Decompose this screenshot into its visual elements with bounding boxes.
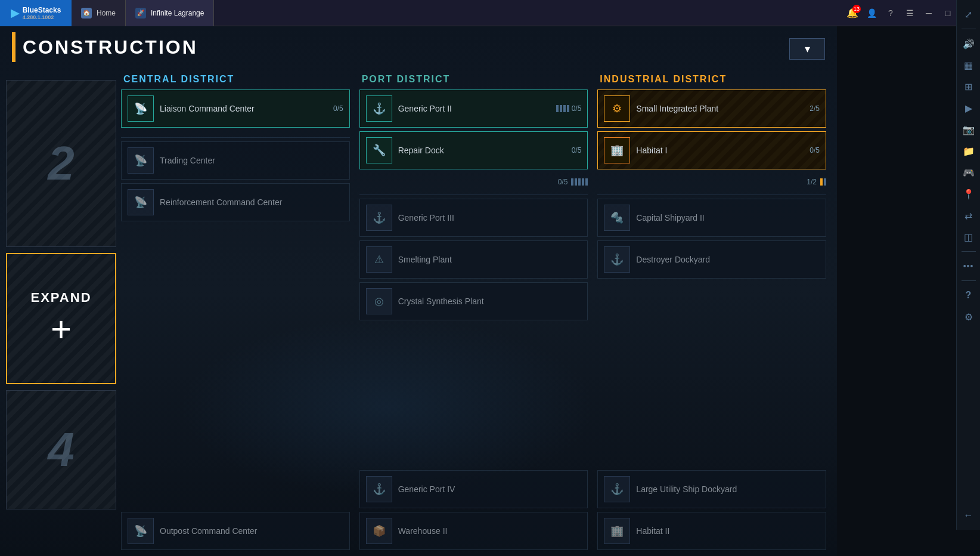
volume-sidebar-icon[interactable]: 🔊 (959, 34, 978, 53)
sidebar-div3 (962, 280, 976, 281)
building-capital-shipyard[interactable]: 🔩 Capital Shipyard II (597, 199, 826, 237)
notification-count: 13 (852, 5, 861, 13)
warehouse2-icon: 📦 (366, 518, 392, 544)
account-button[interactable]: 👤 (863, 5, 880, 21)
building-smelting-plant[interactable]: ⚠ Smelting Plant (359, 240, 588, 279)
sidebar-div2 (962, 251, 976, 252)
minimize-button[interactable]: ─ (920, 5, 937, 21)
building-outpost[interactable]: 📡 Outpost Command Center (121, 512, 350, 550)
level-4-block: 4 (6, 390, 116, 509)
building-habitat-2[interactable]: 🏢 Habitat II (597, 512, 826, 550)
building-small-integrated[interactable]: ⚙ Small Integrated Plant 2/5 (597, 89, 826, 128)
reinforcement-name: Reinforcement Command Center (160, 197, 343, 207)
camera-sidebar-icon[interactable]: 📷 (959, 120, 978, 139)
help-sidebar-icon[interactable]: ? (959, 286, 978, 305)
ind-bar2 (824, 178, 826, 186)
notification-button[interactable]: 🔔 13 (844, 5, 861, 21)
central-spacer (121, 227, 350, 512)
level-2-block: 2 (6, 80, 116, 247)
small-integrated-icon: ⚙ (604, 95, 630, 122)
building-generic-port-4[interactable]: ⚓ Generic Port IV (359, 470, 588, 508)
building-destroyer-dockyard[interactable]: ⚓ Destroyer Dockyard (597, 240, 826, 279)
habitat1-icon: 🏢 (604, 137, 630, 163)
habitat1-name: Habitat I (636, 146, 804, 155)
back-sidebar-icon[interactable]: ← (959, 506, 978, 525)
video-sidebar-icon[interactable]: ▶ (959, 98, 978, 118)
generic-port2-count-text: 0/5 (572, 104, 582, 113)
destroyer-icon: ⚓ (604, 246, 630, 273)
maximize-button[interactable]: □ (939, 5, 956, 21)
port-spacer (359, 326, 588, 470)
industrial-active-buildings: ⚙ Small Integrated Plant 2/5 🏢 Habitat I… (597, 89, 826, 169)
building-trading-center[interactable]: 📡 Trading Center (121, 141, 350, 180)
app-name: BlueStacks (23, 6, 61, 14)
generic-port2-icon: ⚓ (366, 95, 392, 122)
liaison-name: Liaison Command Center (160, 104, 327, 113)
settings-sidebar-icon[interactable]: ⚙ (959, 307, 978, 326)
central-district-col: CENTRAL DISTRICT 📡 Liaison Command Cente… (116, 74, 355, 556)
port-progress-bars (571, 178, 588, 186)
tabs-container: ▶ BlueStacks 4.280.1.1002 🏠 Home 🚀 Infin… (0, 0, 214, 26)
habitat2-icon: 🏢 (604, 518, 630, 544)
tab-game[interactable]: 🚀 Infinite Lagrange (126, 0, 214, 26)
tab-home[interactable]: 🏠 Home (72, 0, 126, 26)
building-generic-port-2[interactable]: ⚓ Generic Port II 0/5 (359, 89, 588, 128)
building-liaison-command[interactable]: 📡 Liaison Command Center 0/5 (121, 89, 350, 128)
liaison-count: 0/5 (333, 104, 343, 113)
central-inactive-buildings: 📡 Trading Center 📡 Reinforcement Command… (121, 141, 350, 221)
repair-dock-name: Repair Dock (398, 146, 566, 155)
layers-sidebar-icon[interactable]: ⊞ (959, 77, 978, 96)
liaison-icon: 📡 (128, 95, 154, 122)
folder-sidebar-icon[interactable]: 📁 (959, 141, 978, 160)
destroyer-name: Destroyer Dockyard (636, 255, 820, 264)
game-sidebar-icon[interactable]: 🎮 (959, 163, 978, 182)
smelting-name: Smelting Plant (398, 255, 582, 264)
building-crystal-synthesis[interactable]: ◎ Crystal Synthesis Plant (359, 282, 588, 320)
port-progress-row: 0/5 (359, 175, 588, 189)
small-integrated-name: Small Integrated Plant (636, 104, 804, 113)
page-title: CONSTRUCTION (23, 36, 198, 58)
habitat2-name: Habitat II (636, 526, 820, 536)
habitat1-count: 0/5 (810, 146, 820, 155)
building-warehouse-2[interactable]: 📦 Warehouse II (359, 512, 588, 550)
building-large-utility[interactable]: ⚓ Large Utility Ship Dockyard (597, 470, 826, 508)
industrial-sep1 (597, 194, 826, 195)
prog-bar1 (571, 178, 573, 186)
media-sidebar-icon[interactable]: ◫ (959, 227, 978, 246)
grid-sidebar-icon[interactable]: ▦ (959, 55, 978, 75)
port-level4-buildings: ⚓ Generic Port IV 📦 Warehouse II (359, 470, 588, 550)
port-district-col: PORT DISTRICT ⚓ Generic Port II (355, 74, 593, 556)
generic-port4-icon: ⚓ (366, 476, 392, 502)
generic-port3-icon: ⚓ (366, 205, 392, 231)
building-reinforcement[interactable]: 📡 Reinforcement Command Center (121, 183, 350, 221)
level-4-number: 4 (48, 422, 75, 477)
expand-sidebar-icon[interactable]: ⤢ (959, 5, 978, 24)
game-tab-label: Infinite Lagrange (151, 9, 204, 17)
building-generic-port-3[interactable]: ⚓ Generic Port III (359, 199, 588, 237)
industrial-progress-row: 1/2 (597, 175, 826, 189)
building-habitat-1[interactable]: 🏢 Habitat I 0/5 (597, 131, 826, 169)
capital-shipyard-name: Capital Shipyard II (636, 213, 820, 223)
building-repair-dock[interactable]: 🔧 Repair Dock 0/5 (359, 131, 588, 169)
port-active-buildings: ⚓ Generic Port II 0/5 (359, 89, 588, 169)
right-sidebar: ⤢ 🔊 ▦ ⊞ ▶ 📷 📁 🎮 📍 ⇄ ◫ ••• ? ⚙ ← (956, 0, 980, 530)
dots-sidebar-icon[interactable]: ••• (959, 257, 978, 276)
industrial-inactive-buildings: 🔩 Capital Shipyard II ⚓ Destroyer Dockya… (597, 199, 826, 279)
menu-button[interactable]: ☰ (901, 5, 918, 21)
sync-sidebar-icon[interactable]: ⇄ (959, 206, 978, 225)
port-district-header: PORT DISTRICT (359, 74, 588, 85)
prog-bar5 (585, 178, 588, 186)
help-button[interactable]: ? (882, 5, 899, 21)
location-sidebar-icon[interactable]: 📍 (959, 184, 978, 203)
large-utility-icon: ⚓ (604, 476, 630, 502)
generic-port2-count: 0/5 (556, 104, 582, 113)
expand-plus-icon: + (51, 311, 72, 347)
expand-block[interactable]: EXPAND + (6, 253, 116, 384)
dropdown-button[interactable]: ▾ (789, 38, 825, 60)
bar3 (563, 105, 566, 112)
level-2-number: 2 (48, 136, 75, 191)
central-sep1 (121, 137, 350, 138)
repair-dock-icon: 🔧 (366, 137, 392, 163)
central-active-buildings: 📡 Liaison Command Center 0/5 (121, 89, 350, 128)
industrial-district-col: INDUSTRIAL DISTRICT ⚙ Small Integrated P… (593, 74, 831, 556)
